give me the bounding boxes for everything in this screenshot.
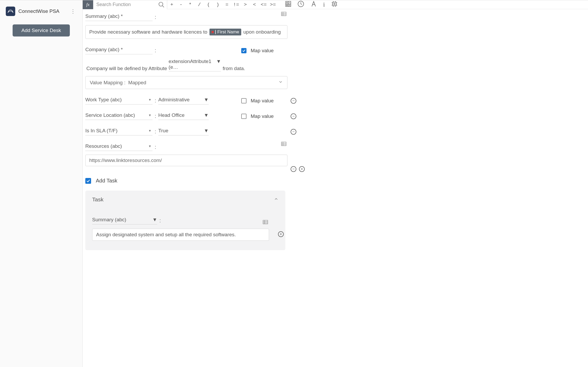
caret-down-icon: ▼ <box>148 98 151 102</box>
caret-down-icon: ▼ <box>216 59 221 70</box>
op-neq[interactable]: != <box>232 2 241 8</box>
token-error-icon <box>212 31 214 33</box>
op-lparen[interactable]: ( <box>204 2 213 8</box>
fx-icon: fx <box>83 0 93 9</box>
field-service-location: Service Location (abc) ▼ : Head Office ▼… <box>85 112 390 120</box>
isinsla-select[interactable]: True ▼ <box>158 128 209 135</box>
resources-grid-icon[interactable] <box>281 142 286 147</box>
op-div[interactable]: / <box>195 2 204 8</box>
sidebar: ConnectWise PSA ⋮ Add Service Desk <box>0 0 83 367</box>
template-grid-icon[interactable] <box>281 12 286 17</box>
field-label-resources[interactable]: Resources (abc) ▼ <box>85 143 153 151</box>
op-lte[interactable]: <= <box>259 2 268 8</box>
caret-down-icon: ▼ <box>204 97 209 103</box>
token-first-name[interactable]: First Name <box>209 29 241 35</box>
op-mult[interactable]: * <box>186 2 195 8</box>
remove-resources-button[interactable]: − <box>291 166 296 172</box>
svg-point-0 <box>159 2 163 6</box>
text-format-icon[interactable] <box>310 0 317 9</box>
remove-isinsla-button[interactable]: − <box>291 129 296 135</box>
field-summary: Summary (abc) * : <box>85 13 390 21</box>
ai-icon[interactable] <box>331 0 338 9</box>
field-label-summary[interactable]: Summary (abc) * <box>85 13 153 21</box>
summary-text-after: upon onboarding <box>243 29 281 35</box>
field-work-type: Work Type (abc) ▼ : Administrative ▼ Map… <box>85 97 390 104</box>
svg-rect-14 <box>333 2 336 6</box>
company-mapvalue-checkbox[interactable] <box>241 48 246 53</box>
svg-rect-16 <box>281 12 286 16</box>
formula-toolbar: fx + - * / ( ) = != > < <= >= <box>83 0 588 9</box>
task-summary-label[interactable]: Summary (abc) ▼ <box>92 217 157 224</box>
service-location-select[interactable]: Head Office ▼ <box>158 112 209 120</box>
summary-template-box[interactable]: Provide necessary software and hardware … <box>85 25 287 39</box>
app-logo <box>6 7 15 16</box>
task-title: Task <box>92 196 103 203</box>
operators-row: + - * / ( ) = != > < <= >= <box>167 2 277 8</box>
caret-down-icon: ▼ <box>148 144 151 148</box>
field-label-isinsla[interactable]: Is In SLA (T/F) ▼ <box>85 128 153 135</box>
add-service-desk-button[interactable]: Add Service Desk <box>13 24 70 36</box>
svg-rect-24 <box>263 220 268 224</box>
add-task-checkbox[interactable] <box>85 178 91 184</box>
task-grid-icon[interactable] <box>263 220 268 226</box>
value-mapping-accordion[interactable]: Value Mapping : Mapped <box>85 76 287 89</box>
caret-down-icon: ▼ <box>148 113 151 117</box>
more-icon[interactable]: ⋮ <box>69 8 77 14</box>
field-label-company[interactable]: Company (abc) * <box>85 47 153 54</box>
op-gt[interactable]: > <box>241 2 250 8</box>
op-lt[interactable]: < <box>250 2 259 8</box>
caret-down-icon: ▼ <box>204 112 209 118</box>
main-panel: fx + - * / ( ) = != > < <= >= <box>83 0 588 367</box>
grid-calc-icon[interactable] <box>285 1 292 9</box>
field-resources: Resources (abc) ▼ : <box>85 143 390 151</box>
summary-text-before: Provide necessary software and hardware … <box>89 29 207 35</box>
chevron-down-icon <box>278 80 283 86</box>
svg-rect-20 <box>281 142 286 146</box>
op-plus[interactable]: + <box>167 2 176 8</box>
field-company: Company (abc) * : Map value <box>85 47 390 54</box>
field-is-in-sla: Is In SLA (T/F) ▼ : True ▼ − <box>85 128 390 135</box>
search-icon[interactable] <box>158 1 165 9</box>
work-type-select[interactable]: Administrative ▼ <box>158 97 209 104</box>
caret-down-icon: ▼ <box>152 217 157 223</box>
remove-service-location-button[interactable]: − <box>291 113 296 119</box>
op-minus[interactable]: - <box>176 2 186 8</box>
search-function-input[interactable] <box>93 0 167 9</box>
task-field-summary: Summary (abc) ▼ : <box>92 217 279 224</box>
colon: : <box>153 14 158 20</box>
add-task-button[interactable]: + <box>278 231 284 237</box>
remove-work-type-button[interactable]: − <box>291 98 296 104</box>
field-label-work-type[interactable]: Work Type (abc) ▼ <box>85 97 153 104</box>
caret-down-icon: ▼ <box>204 128 209 134</box>
svg-point-15 <box>334 3 335 5</box>
op-eq[interactable]: = <box>222 2 232 8</box>
info-icon[interactable]: i <box>323 1 325 8</box>
add-task-row: Add Task <box>85 178 390 184</box>
company-attribute-select[interactable]: extensionAttribute1 (e… ▼ <box>169 59 221 71</box>
task-summary-input[interactable]: Assign designated system and setup all t… <box>92 229 269 241</box>
task-panel: Task Summary (abc) ▼ : Assig <box>85 191 285 250</box>
worktype-mapvalue-checkbox[interactable] <box>241 98 246 103</box>
field-label-service-location[interactable]: Service Location (abc) ▼ <box>85 112 153 120</box>
svg-line-1 <box>162 6 164 7</box>
servloc-mapvalue-checkbox[interactable] <box>241 114 246 119</box>
app-name: ConnectWise PSA <box>18 8 66 14</box>
chevron-up-icon[interactable] <box>274 196 279 203</box>
op-rparen[interactable]: ) <box>213 2 222 8</box>
company-attribute-line: Company will be defined by Attribute ext… <box>86 59 390 71</box>
add-resources-button[interactable]: + <box>299 166 305 172</box>
caret-down-icon: ▼ <box>148 129 151 133</box>
op-gte[interactable]: >= <box>268 2 277 8</box>
resources-input[interactable]: https://www.linktoresources.com/ <box>85 155 287 166</box>
clock-icon[interactable] <box>297 1 304 9</box>
